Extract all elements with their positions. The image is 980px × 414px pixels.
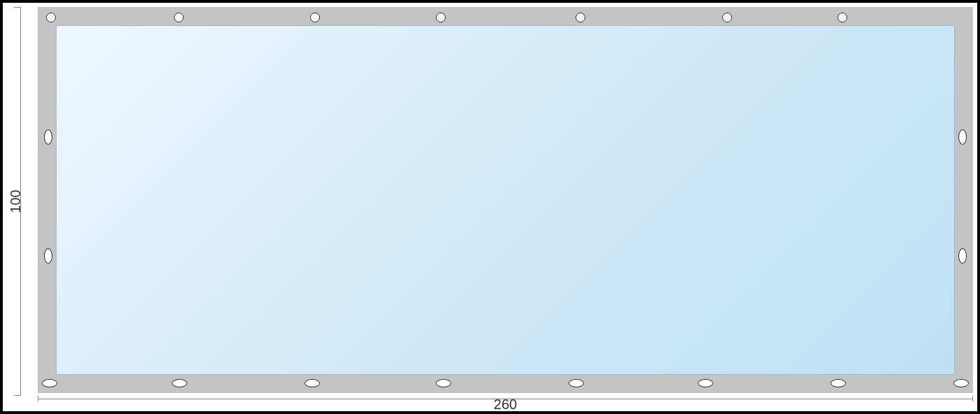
grommet-icon	[436, 379, 451, 387]
grommet-icon	[310, 13, 320, 22]
grommet-icon	[838, 13, 847, 22]
dimension-width-label: 260	[494, 397, 517, 413]
dimension-height-label: 100	[8, 190, 24, 213]
grommet-icon	[44, 248, 52, 264]
dimension-width: 260	[38, 396, 973, 411]
grommet-icon	[305, 379, 320, 387]
grommet-icon	[958, 248, 967, 264]
grommet-icon	[958, 129, 967, 145]
grommet-icon	[46, 13, 56, 22]
grommet-icon	[436, 13, 446, 22]
grommet-icon	[172, 379, 187, 387]
grommet-icon	[722, 13, 732, 22]
diagram-frame: 100 260	[3, 3, 977, 411]
tarp-border	[38, 7, 973, 393]
grommet-icon	[576, 13, 585, 22]
grommet-icon	[569, 379, 584, 387]
grommet-icon	[698, 379, 713, 387]
grommet-icon	[831, 379, 846, 387]
dimension-height: 100	[7, 7, 21, 396]
tarp-panel	[56, 25, 955, 375]
grommet-icon	[953, 379, 969, 387]
grommet-icon	[44, 129, 52, 145]
grommet-icon	[174, 13, 184, 22]
grommet-icon	[42, 379, 57, 387]
